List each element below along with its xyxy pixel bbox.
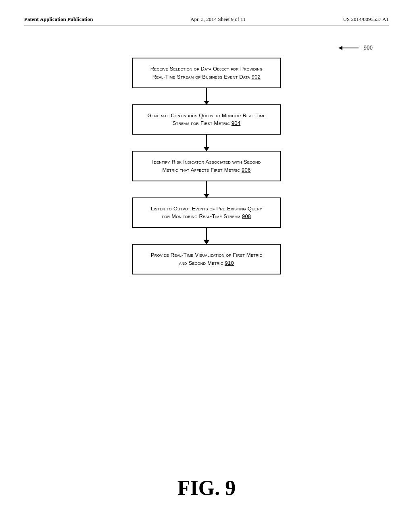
flowchart-box-902: Receive Selection of Data Object for Pro…: [132, 58, 281, 88]
box-908-number: 908: [242, 213, 251, 219]
arrow-904-to-906: [206, 135, 207, 151]
svg-marker-1: [338, 46, 342, 50]
diagram-arrow-icon: [338, 45, 361, 51]
box-906-text: Identify Risk Indicator Associated with …: [152, 159, 261, 173]
box-908-text: Listen to Output Events of Pre-Existing …: [151, 206, 262, 220]
figure-label: FIG. 9: [177, 476, 236, 500]
flowchart-box-910: Provide Real-Time Visualization of First…: [132, 244, 281, 274]
arrow-902-to-904: [206, 88, 207, 104]
arrow-906-to-908: [206, 181, 207, 197]
header-patent-number: US 2014/0095537 A1: [343, 16, 389, 23]
flowchart-box-904: Generate Continuous Query to Monitor Rea…: [132, 104, 281, 135]
box-910-number: 910: [225, 260, 234, 266]
box-902-number: 902: [252, 74, 261, 80]
arrow-908-to-910: [206, 228, 207, 244]
header-publication-type: Patent Application Publication: [24, 16, 93, 23]
page-header: Patent Application Publication Apr. 3, 2…: [24, 16, 389, 25]
box-902-text: Receive Selection of Data Object for Pro…: [150, 66, 263, 80]
page: Patent Application Publication Apr. 3, 2…: [0, 0, 413, 532]
box-910-text: Provide Real-Time Visualization of First…: [151, 252, 262, 266]
box-904-text: Generate Continuous Query to Monitor Rea…: [148, 112, 266, 127]
diagram-number-value: 900: [364, 44, 373, 51]
flowchart-box-906: Identify Risk Indicator Associated with …: [132, 151, 281, 181]
diagram-number-label: 900: [338, 44, 373, 51]
box-906-number: 906: [242, 167, 250, 173]
flowchart: Receive Selection of Data Object for Pro…: [24, 58, 389, 274]
flowchart-box-908: Listen to Output Events of Pre-Existing …: [132, 197, 281, 228]
box-904-number: 904: [232, 120, 240, 126]
header-date-sheet: Apr. 3, 2014 Sheet 9 of 11: [190, 16, 246, 23]
